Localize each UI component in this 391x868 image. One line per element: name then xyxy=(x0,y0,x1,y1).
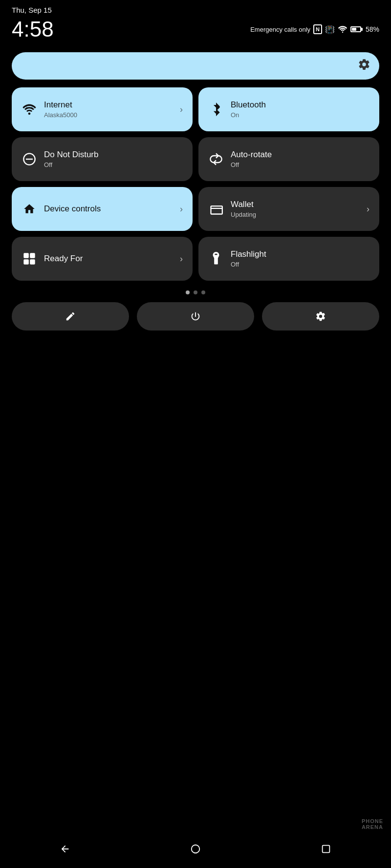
status-bar: Thu, Sep 15 4:58 Emergency calls only N … xyxy=(0,0,391,43)
svg-point-0 xyxy=(342,32,344,33)
bluetooth-icon xyxy=(208,103,224,116)
power-button[interactable] xyxy=(137,302,254,331)
internet-tile-text: Internet Alaska5000 xyxy=(44,100,173,118)
svg-rect-7 xyxy=(30,259,35,265)
wifi-status-icon xyxy=(338,25,348,33)
tiles-grid: Internet Alaska5000 › Bluetooth On Do No… xyxy=(12,87,379,281)
wallet-tile-text: Wallet Updating xyxy=(231,200,360,218)
watermark: PHONEARENA xyxy=(362,818,383,830)
wallet-sublabel: Updating xyxy=(231,211,360,218)
ready-for-chevron: › xyxy=(180,254,183,264)
nfc-icon: N xyxy=(313,24,322,34)
flashlight-tile-text: Flashlight Off xyxy=(231,249,369,268)
battery-percent: 58% xyxy=(366,25,379,33)
flashlight-label: Flashlight xyxy=(231,249,369,259)
internet-sublabel: Alaska5000 xyxy=(44,111,173,119)
action-buttons xyxy=(12,302,379,331)
dnd-label: Do Not Disturb xyxy=(44,150,183,160)
svg-rect-9 xyxy=(322,846,329,853)
svg-point-8 xyxy=(192,845,200,853)
battery-icon xyxy=(350,26,363,32)
autorotate-label: Auto-rotate xyxy=(231,150,369,160)
dot-2 xyxy=(194,290,197,294)
tile-autorotate[interactable]: Auto-rotate Off xyxy=(198,137,379,181)
dot-1 xyxy=(186,290,190,294)
dot-3 xyxy=(201,290,205,294)
svg-point-1 xyxy=(28,112,31,115)
bluetooth-label: Bluetooth xyxy=(231,100,369,110)
nav-bar xyxy=(0,834,391,868)
wifi-icon xyxy=(22,103,37,115)
wallet-chevron: › xyxy=(367,204,369,214)
brightness-gear-icon[interactable] xyxy=(358,58,370,74)
home-nav-button[interactable] xyxy=(175,839,216,859)
bluetooth-sublabel: On xyxy=(231,111,369,119)
tile-device-controls[interactable]: Device controls › xyxy=(12,187,193,231)
tile-ready-for[interactable]: Ready For › xyxy=(12,237,193,281)
ready-for-label: Ready For xyxy=(44,254,173,264)
autorotate-sublabel: Off xyxy=(231,161,369,168)
status-icons: Emergency calls only N 📳 58% xyxy=(250,24,379,34)
ready-for-tile-text: Ready For xyxy=(44,254,173,264)
brightness-row xyxy=(12,52,379,80)
bluetooth-tile-text: Bluetooth On xyxy=(231,100,369,118)
flashlight-icon xyxy=(208,252,224,266)
autorotate-tile-text: Auto-rotate Off xyxy=(231,150,369,168)
svg-rect-5 xyxy=(30,253,35,258)
tile-wallet[interactable]: Wallet Updating › xyxy=(198,187,379,231)
pagination-dots xyxy=(0,290,391,294)
settings-button[interactable] xyxy=(262,302,379,331)
date: Thu, Sep 15 xyxy=(12,6,379,14)
tile-flashlight[interactable]: Flashlight Off xyxy=(198,237,379,281)
edit-button[interactable] xyxy=(12,302,129,331)
recents-button[interactable] xyxy=(306,839,346,859)
wallet-icon xyxy=(208,203,224,215)
tile-dnd[interactable]: Do Not Disturb Off xyxy=(12,137,193,181)
device-controls-tile-text: Device controls xyxy=(44,204,173,214)
device-controls-chevron: › xyxy=(180,204,183,214)
flashlight-sublabel: Off xyxy=(231,261,369,268)
device-controls-label: Device controls xyxy=(44,204,173,214)
back-button[interactable] xyxy=(45,839,85,859)
tile-internet[interactable]: Internet Alaska5000 › xyxy=(12,87,193,131)
svg-rect-6 xyxy=(23,259,29,265)
vibrate-icon: 📳 xyxy=(325,25,335,34)
tile-bluetooth[interactable]: Bluetooth On xyxy=(198,87,379,131)
dnd-tile-text: Do Not Disturb Off xyxy=(44,150,183,168)
wallet-label: Wallet xyxy=(231,200,360,209)
dnd-sublabel: Off xyxy=(44,161,183,168)
emergency-text: Emergency calls only xyxy=(250,26,310,33)
brightness-slider[interactable] xyxy=(12,52,379,80)
apps-icon xyxy=(22,252,37,266)
svg-rect-4 xyxy=(23,253,29,258)
internet-label: Internet xyxy=(44,100,173,110)
time: 4:58 xyxy=(12,17,54,41)
home-icon xyxy=(22,203,37,215)
dnd-icon xyxy=(22,152,37,166)
autorotate-icon xyxy=(208,152,224,166)
internet-chevron: › xyxy=(180,104,183,115)
status-row: 4:58 Emergency calls only N 📳 xyxy=(12,17,379,41)
